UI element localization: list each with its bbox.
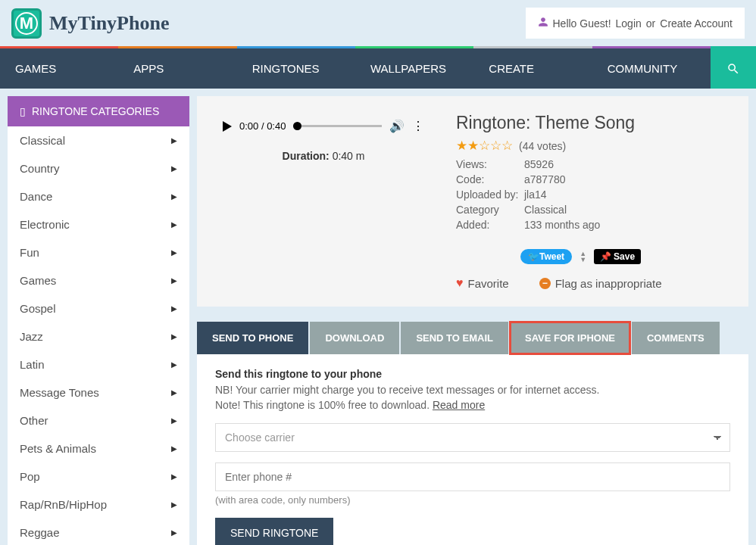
sidebar-label: Message Tones — [20, 386, 99, 399]
nav-wallpapers[interactable]: WALLPAPERS — [355, 46, 473, 89]
sidebar-item-other[interactable]: Other▶ — [8, 406, 189, 434]
tab-send-to-phone[interactable]: SEND TO PHONE — [197, 322, 308, 354]
tab-send-to-email[interactable]: SEND TO EMAIL — [401, 322, 508, 354]
phone-icon: ▯ — [20, 105, 26, 117]
sidebar-item-country[interactable]: Country▶ — [8, 154, 189, 182]
login-link[interactable]: Login — [616, 17, 642, 30]
audio-player[interactable]: 0:00 / 0:40 🔊 ⋮ — [214, 113, 433, 139]
star-rating[interactable]: ★★☆☆☆ — [456, 138, 513, 154]
chevron-right-icon: ▶ — [171, 192, 177, 201]
views-value: 85926 — [524, 158, 554, 170]
site-name: MyTinyPhone — [49, 12, 169, 35]
category-link[interactable]: Classical — [524, 204, 567, 216]
pinterest-save-button[interactable]: 📌Save — [594, 249, 641, 264]
search-button[interactable] — [711, 46, 756, 89]
actions-row: ♥ Favorite − Flag as inappropriate — [456, 276, 732, 290]
nav-ringtones[interactable]: RINGTONES — [237, 46, 355, 89]
ringtone-card: 0:00 / 0:40 🔊 ⋮ Duration: 0:40 m Rington… — [197, 96, 748, 307]
nav-games[interactable]: GAMES — [0, 46, 118, 89]
sidebar-header: ▯ RINGTONE CATEGORIES — [8, 96, 189, 126]
sidebar: ▯ RINGTONE CATEGORIES Classical▶ Country… — [8, 96, 189, 545]
nav-community[interactable]: COMMUNITY — [592, 46, 711, 89]
sidebar-item-fun[interactable]: Fun▶ — [8, 238, 189, 266]
vote-count: (44 votes) — [519, 140, 566, 152]
time-display: 0:00 / 0:40 — [239, 120, 286, 132]
sidebar-label: Country — [20, 162, 60, 175]
sidebar-label: Games — [20, 274, 56, 287]
stepper[interactable]: ▲▼ — [579, 251, 586, 263]
sidebar-label: Pop — [20, 470, 40, 483]
ringtone-title: Ringtone: Theme Song — [456, 113, 732, 133]
logo-area[interactable]: M MyTinyPhone — [11, 8, 169, 39]
sidebar-item-games[interactable]: Games▶ — [8, 266, 189, 294]
duration-row: Duration: 0:40 m — [214, 150, 433, 162]
tab-save-for-iphone[interactable]: SAVE FOR IPHONE — [510, 322, 630, 354]
twitter-icon: 🐦 — [528, 251, 539, 262]
sidebar-item-dance[interactable]: Dance▶ — [8, 182, 189, 210]
social-row: 🐦Tweet ▲▼ 📌Save — [520, 249, 732, 264]
sidebar-label: Classical — [20, 134, 65, 147]
volume-icon[interactable]: 🔊 — [389, 119, 405, 133]
sidebar-label: Electronic — [20, 218, 70, 231]
info-column: Ringtone: Theme Song ★★☆☆☆ (44 votes) Vi… — [456, 113, 732, 290]
send-ringtone-button[interactable]: SEND RINGTONE — [215, 518, 333, 545]
main-nav: GAMES APPS RINGTONES WALLPAPERS CREATE C… — [0, 46, 756, 89]
sidebar-item-latin[interactable]: Latin▶ — [8, 350, 189, 378]
added-label: Added: — [456, 219, 524, 231]
sidebar-item-classical[interactable]: Classical▶ — [8, 126, 189, 154]
tweet-button[interactable]: 🐦Tweet — [520, 249, 572, 264]
chevron-right-icon: ▶ — [171, 136, 177, 145]
favorite-link[interactable]: ♥ Favorite — [456, 276, 509, 290]
flag-link[interactable]: − Flag as inappropriate — [539, 276, 662, 290]
user-icon — [538, 17, 548, 30]
player-column: 0:00 / 0:40 🔊 ⋮ Duration: 0:40 m — [214, 113, 433, 290]
search-icon — [726, 62, 740, 76]
sidebar-label: Reggae — [20, 526, 60, 539]
progress-bar[interactable] — [293, 125, 382, 127]
chevron-right-icon: ▶ — [171, 220, 177, 229]
chevron-right-icon: ▶ — [171, 332, 177, 341]
uploader-link[interactable]: jla14 — [524, 188, 547, 201]
sidebar-title: RINGTONE CATEGORIES — [32, 105, 159, 117]
greeting-text: Hello Guest! — [553, 17, 611, 30]
chevron-right-icon: ▶ — [171, 164, 177, 173]
top-bar: M MyTinyPhone Hello Guest! Login or Crea… — [0, 0, 756, 46]
nav-create[interactable]: CREATE — [473, 46, 592, 89]
category-label: Category — [456, 204, 524, 216]
code-link[interactable]: a787780 — [524, 173, 566, 185]
or-text: or — [646, 17, 655, 30]
logo-icon: M — [11, 8, 42, 39]
sidebar-item-pets-animals[interactable]: Pets & Animals▶ — [8, 434, 189, 462]
sidebar-item-rap[interactable]: Rap/RnB/HipHop▶ — [8, 490, 189, 519]
chevron-right-icon: ▶ — [171, 528, 177, 537]
chevron-right-icon: ▶ — [171, 416, 177, 425]
read-more-link[interactable]: Read more — [433, 399, 485, 411]
tabs-row: SEND TO PHONE DOWNLOAD SEND TO EMAIL SAV… — [197, 322, 748, 354]
play-icon[interactable] — [223, 121, 232, 132]
save-label: Save — [614, 251, 635, 262]
tab-download[interactable]: DOWNLOAD — [310, 322, 399, 354]
sidebar-item-gospel[interactable]: Gospel▶ — [8, 294, 189, 322]
carrier-select[interactable]: Choose carrier — [215, 423, 730, 452]
sidebar-label: Gospel — [20, 302, 56, 315]
content-area: ▯ RINGTONE CATEGORIES Classical▶ Country… — [0, 89, 756, 545]
sidebar-item-jazz[interactable]: Jazz▶ — [8, 322, 189, 350]
sidebar-item-pop[interactable]: Pop▶ — [8, 462, 189, 490]
create-account-link[interactable]: Create Account — [660, 17, 733, 30]
chevron-right-icon: ▶ — [171, 444, 177, 453]
sidebar-item-reggae[interactable]: Reggae▶ — [8, 519, 189, 545]
star-icon: ★ — [456, 139, 467, 153]
tab-comments[interactable]: COMMENTS — [632, 322, 720, 354]
nav-apps[interactable]: APPS — [118, 46, 236, 89]
uploaded-label: Uploaded by: — [456, 188, 524, 201]
sidebar-item-message-tones[interactable]: Message Tones▶ — [8, 378, 189, 406]
sidebar-label: Fun — [20, 246, 39, 259]
menu-icon[interactable]: ⋮ — [412, 119, 424, 133]
chevron-right-icon: ▶ — [171, 248, 177, 257]
sidebar-item-electronic[interactable]: Electronic▶ — [8, 210, 189, 238]
form-note-2: Note! This ringtone is 100% free to down… — [215, 398, 730, 413]
chevron-right-icon: ▶ — [171, 472, 177, 481]
favorite-label: Favorite — [468, 277, 509, 290]
chevron-right-icon: ▶ — [171, 500, 177, 509]
phone-input[interactable] — [215, 462, 730, 491]
